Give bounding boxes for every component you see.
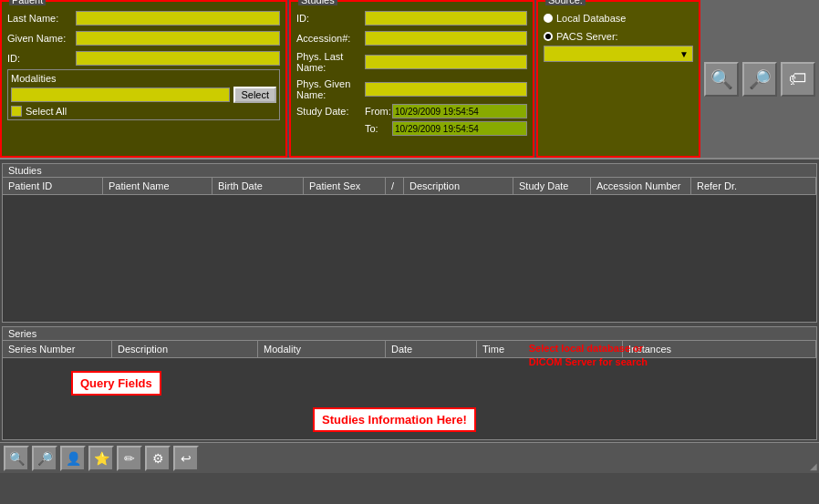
accession-row: Accession#: — [296, 31, 527, 46]
col-slash: / — [386, 178, 404, 194]
source-panel: Source: Local Database PACS Server: ▼ — [536, 0, 700, 158]
tb-user-icon: 👤 — [66, 451, 81, 466]
phys-last-row: Phys. Last Name: — [296, 51, 527, 73]
local-db-option[interactable]: Local Database — [544, 13, 693, 24]
col-patient-name: Patient Name — [103, 178, 213, 194]
tb-zoom-icon: 🔎 — [37, 451, 53, 466]
col-birth-date: Birth Date — [213, 178, 304, 194]
patient-id-input[interactable] — [76, 51, 280, 66]
phys-given-label: Phys. Given Name: — [296, 78, 365, 100]
patient-panel-title: Patient — [9, 0, 46, 5]
tb-settings-button[interactable]: ⚙ — [145, 446, 171, 471]
studies-info-annotation: Studies Information Here! — [313, 407, 476, 432]
col-modality: Modality — [258, 341, 386, 357]
last-name-row: Last Name: — [7, 11, 280, 26]
study-date-label: Study Date: — [296, 106, 365, 117]
studies-query-title: Studies — [298, 0, 337, 5]
date-to-value: 10/29/2009 19:54:54 — [395, 124, 479, 134]
study-id-row: ID: — [296, 11, 527, 26]
given-name-row: Given Name: — [7, 31, 280, 46]
bottom-toolbar: 🔍 🔎 👤 ⭐ ✏ ⚙ ↩ ◢ — [0, 442, 819, 473]
source-panel-title: Source: — [545, 0, 586, 5]
modalities-row: Select — [11, 87, 276, 103]
given-name-input[interactable] — [76, 31, 280, 46]
modalities-title: Modalities — [11, 73, 276, 84]
local-db-label: Local Database — [556, 13, 626, 24]
study-date-row: Study Date: From: 10/29/2009 19:54:54 — [296, 104, 527, 118]
search-icon: 🔍 — [710, 68, 733, 90]
phys-last-input[interactable] — [365, 55, 527, 69]
accession-label: Accession#: — [296, 33, 365, 44]
col-patient-id: Patient ID — [3, 178, 103, 194]
pacs-server-label: PACS Server: — [556, 31, 618, 42]
tb-pencil-icon: ✏ — [124, 451, 135, 466]
tb-zoom-button[interactable]: 🔎 — [32, 446, 57, 471]
tb-back-icon: ↩ — [181, 451, 192, 466]
date-from-value: 10/29/2009 19:54:54 — [395, 107, 479, 117]
col-series-description: Description — [112, 341, 258, 357]
pacs-dropdown[interactable]: ▼ — [544, 46, 693, 62]
select-all-checkbox[interactable] — [11, 106, 22, 117]
studies-table-header: Patient ID Patient Name Birth Date Patie… — [3, 178, 816, 195]
modalities-box: Modalities Select Select All — [7, 69, 280, 120]
last-name-label: Last Name: — [7, 13, 76, 24]
studies-section-title: Studies — [3, 164, 816, 178]
study-id-label: ID: — [296, 13, 365, 24]
modalities-input[interactable] — [11, 87, 230, 102]
query-fields-annotation: Query Fields — [71, 371, 161, 396]
given-name-label: Given Name: — [7, 33, 76, 44]
col-description: Description — [404, 178, 513, 194]
tb-search-icon: 🔍 — [9, 451, 25, 466]
patient-panel: Patient Last Name: Given Name: ID: Modal… — [0, 0, 287, 158]
from-label: From: — [365, 106, 392, 117]
zoom-action-button[interactable]: 🔎 — [742, 62, 777, 97]
tb-user-button[interactable]: 👤 — [60, 446, 86, 471]
dropdown-arrow-icon: ▼ — [679, 49, 689, 59]
top-section: Patient Last Name: Given Name: ID: Modal… — [0, 0, 819, 159]
to-label: To: — [365, 123, 392, 134]
studies-query-panel: Studies ID: Accession#: Phys. Last Name:… — [289, 0, 534, 158]
date-to-input[interactable]: 10/29/2009 19:54:54 — [392, 121, 527, 136]
phys-last-label: Phys. Last Name: — [296, 51, 365, 73]
id-row: ID: — [7, 51, 280, 66]
main-content: Patient Last Name: Given Name: ID: Modal… — [0, 0, 819, 473]
phys-given-row: Phys. Given Name: — [296, 78, 527, 100]
patient-id-label: ID: — [7, 53, 76, 64]
zoom-icon: 🔎 — [749, 68, 772, 90]
phys-given-input[interactable] — [365, 82, 527, 97]
resize-grip: ◢ — [810, 461, 817, 471]
study-date-to-row: To: 10/29/2009 19:54:54 — [296, 121, 527, 136]
studies-results-section: Studies Patient ID Patient Name Birth Da… — [2, 163, 817, 323]
col-patient-sex: Patient Sex — [304, 178, 386, 194]
tag-icon: 🏷 — [789, 68, 807, 89]
series-section-title: Series — [3, 327, 816, 341]
tb-back-button[interactable]: ↩ — [173, 446, 199, 471]
tb-settings-icon: ⚙ — [152, 451, 164, 466]
col-date: Date — [386, 341, 477, 357]
pacs-server-option[interactable]: PACS Server: — [544, 31, 693, 42]
search-action-button[interactable]: 🔍 — [704, 62, 739, 97]
last-name-input[interactable] — [76, 11, 280, 26]
col-instances: Instances — [623, 341, 816, 357]
col-accession-number: Accession Number — [591, 178, 691, 194]
source-annotation-text: Select local database orDICOM Server for… — [529, 343, 648, 367]
select-all-row: Select All — [11, 106, 276, 117]
tb-search-button[interactable]: 🔍 — [4, 446, 29, 471]
col-study-date: Study Date — [513, 178, 591, 194]
accession-input[interactable] — [365, 31, 527, 46]
tb-star-icon: ⭐ — [94, 451, 109, 466]
tag-action-button[interactable]: 🏷 — [781, 62, 815, 97]
local-db-radio[interactable] — [544, 14, 553, 23]
source-annotation: Select local database orDICOM Server for… — [529, 342, 648, 370]
tb-pencil-button[interactable]: ✏ — [117, 446, 142, 471]
select-button[interactable]: Select — [233, 87, 276, 103]
action-panel: 🔍 🔎 🏷 — [700, 0, 819, 158]
tb-star-button[interactable]: ⭐ — [88, 446, 114, 471]
col-series-number: Series Number — [3, 341, 112, 357]
series-table-header: Series Number Description Modality Date … — [3, 341, 816, 358]
date-from-input[interactable]: 10/29/2009 19:54:54 — [392, 104, 527, 118]
study-id-input[interactable] — [365, 11, 527, 26]
col-refer-dr: Refer Dr. — [691, 178, 816, 194]
select-all-label: Select All — [26, 106, 67, 117]
pacs-server-radio[interactable] — [544, 32, 553, 41]
